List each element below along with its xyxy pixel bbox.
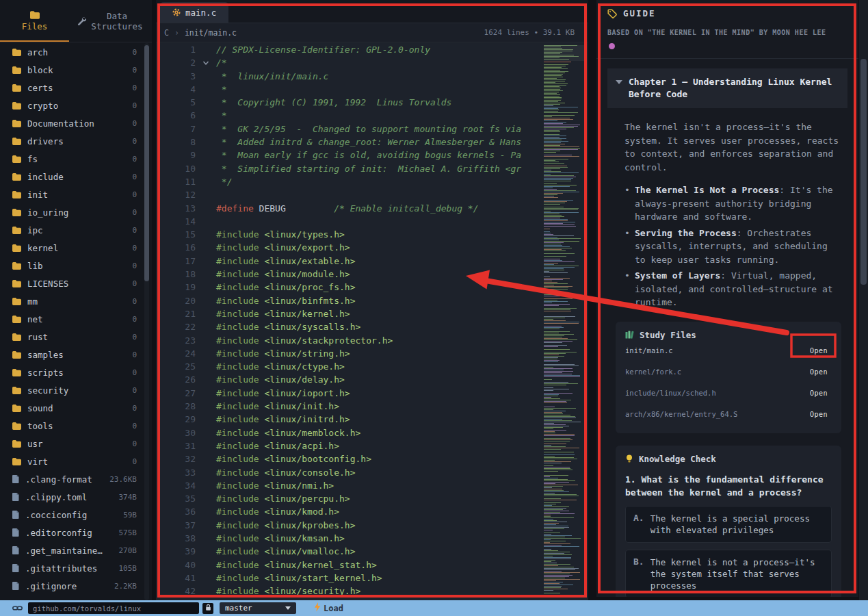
tree-row-folder[interactable]: tools 0 [0,417,142,435]
fold-gutter [196,585,216,598]
tree-row-meta: 0 [132,404,137,413]
tree-row-name: .cocciconfig [25,510,117,520]
tab-data-structures[interactable]: Data Structures [69,0,152,42]
tree-row-folder[interactable]: virt 0 [0,452,142,470]
file-meta: 1624 lines • 39.1 KB [484,28,580,37]
sidebar-scrollbar-thumb[interactable] [144,45,149,281]
page-scrollbar-thumb[interactable] [860,59,867,285]
fold-gutter [196,228,216,241]
tree-row-folder[interactable]: Documentation 0 [0,114,142,132]
tree-row-meta: 0 [132,48,137,57]
tree-row-meta: 0 [132,333,137,342]
fold-chevron-icon[interactable] [196,56,216,69]
code-line: 40#include <linux/kernel_stat.h> [156,559,588,572]
code-area[interactable]: 1// SPDX-License-Identifier: GPL-2.0-onl… [156,43,588,600]
editor-tab-main-c[interactable]: main.c [160,2,228,23]
tree-row-name: Documentation [27,118,126,129]
code-text: #include <linux/kmsan.h> [216,532,345,545]
file-icon [12,511,19,519]
tree-row-file[interactable]: .gitignore 2.2KB [0,577,142,595]
line-number: 10 [156,162,196,175]
code-line: 20#include <linux/binfmts.h> [156,294,588,307]
tree-row-folder[interactable]: include 0 [0,168,142,185]
quiz-option[interactable]: B. The kernel is not a process—it's the … [625,550,832,598]
code-text: #include <linux/string.h> [216,347,350,360]
tree-row-file[interactable]: .get_maintaine… 270B [0,541,142,559]
tree-row-file[interactable]: .cocciconfig 59B [0,506,142,524]
lightbulb-icon [625,454,633,463]
lock-button[interactable] [202,603,213,614]
breadcrumb-path[interactable]: init/main.c [185,28,237,38]
code-text: #include <linux/memblock.h> [216,426,360,439]
branch-select[interactable]: master [220,602,296,614]
code-line: 16#include <linux/export.h> [156,241,588,254]
tree-row-file[interactable]: .clippy.toml 374B [0,488,142,506]
open-file-button[interactable]: Open [806,365,832,378]
sidebar-scrollbar[interactable] [144,43,149,600]
tree-row-folder[interactable]: rust 0 [0,328,142,346]
code-text: // SPDX-License-Identifier: GPL-2.0-only [216,43,430,56]
code-line: 2/* [156,56,588,69]
guide-panel: GUIDE BASED ON "THE KERNEL IN THE MIND" … [596,0,858,597]
tree-row-file[interactable]: .gitattributes 105B [0,559,142,577]
study-file-row: kernel/fork.c Open [625,361,832,383]
tree-row-folder[interactable]: crypto 0 [0,97,142,114]
tree-row-folder[interactable]: lib 0 [0,257,142,274]
chapter-bullet: Serving the Process: Orchestrates syscal… [624,227,841,267]
repo-url-input[interactable] [28,602,199,614]
tree-row-file[interactable]: .clang-format 23.6KB [0,470,142,488]
folder-icon [12,422,21,430]
editor-tab-label: main.c [185,8,216,18]
tree-row-folder[interactable]: io_uring 0 [0,203,142,221]
open-file-button[interactable]: Open [806,408,832,421]
tree-row-name: scripts [27,368,126,378]
tree-row-folder[interactable]: security 0 [0,381,142,399]
breadcrumb: C › init/main.c 1624 lines • 39.1 KB [156,23,588,42]
code-text: #include <linux/ioport.h> [216,387,350,400]
chapter-header[interactable]: Chapter 1 — Understanding Linux Kernel B… [607,68,847,108]
tree-row-folder[interactable]: usr 0 [0,435,142,452]
tree-row-folder[interactable]: samples 0 [0,346,142,363]
code-line: 33#include <linux/console.h> [156,466,588,479]
tree-row-folder[interactable]: LICENSES 0 [0,274,142,292]
code-line: 13#define DEBUG /* Enable initcall_debug… [156,202,588,215]
open-file-button[interactable]: Open [806,344,832,357]
folder-icon [12,191,21,198]
tree-row-folder[interactable]: certs 0 [0,79,142,97]
folder-icon [12,227,21,234]
tree-row-folder[interactable]: net 0 [0,310,142,328]
sidebar: Files Data Structures arch 0 block 0 cer… [0,0,152,600]
code-line: 31#include <linux/acpi.h> [156,439,588,452]
link-icon [12,604,23,613]
fold-gutter [196,426,216,439]
tab-files[interactable]: Files [0,0,69,42]
tree-row-name: samples [27,350,126,360]
tree-row-folder[interactable]: ipc 0 [0,221,142,239]
books-icon [625,331,634,339]
minimap-viewport[interactable] [544,45,585,61]
tree-row-file[interactable]: .editorconfig 575B [0,524,142,541]
tree-row-name: block [27,65,126,75]
fold-gutter [196,215,216,228]
tree-row-folder[interactable]: init 0 [0,185,142,203]
tree-row-folder[interactable]: block 0 [0,61,142,79]
page-scrollbar[interactable] [859,0,868,600]
line-number: 41 [156,572,196,585]
tree-row-folder[interactable]: drivers 0 [0,132,142,150]
tree-row-folder[interactable]: sound 0 [0,399,142,417]
tree-row-folder[interactable]: scripts 0 [0,363,142,381]
open-file-button[interactable]: Open [806,387,832,400]
lock-icon [205,603,212,613]
quiz-option[interactable]: A. The kernel is a special process with … [625,506,832,543]
knowledge-check-card: Knowledge Check 1. What is the fundament… [616,446,841,598]
editor-tabbar: main.c [156,0,588,23]
tree-row-folder[interactable]: mm 0 [0,292,142,310]
code-line: 19#include <linux/proc_fs.h> [156,281,588,294]
minimap[interactable] [544,45,585,596]
folder-icon [12,405,21,412]
tree-row-folder[interactable]: fs 0 [0,150,142,168]
load-button[interactable]: Load [314,602,343,614]
tree-row-folder[interactable]: arch 0 [0,43,142,61]
tree-row-folder[interactable]: kernel 0 [0,239,142,257]
code-text: #include <linux/binfmts.h> [216,294,356,307]
